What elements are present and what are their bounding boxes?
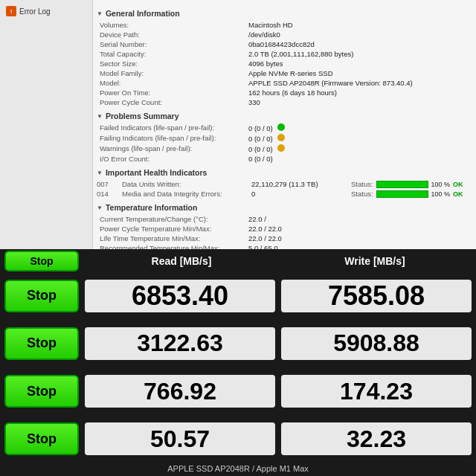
field-value: 22.0 / 22.0 [245, 234, 469, 243]
field-label: Current Temperature/Change (°C): [97, 214, 245, 224]
table-row: Failed Indicators (life-span / pre-fail)… [97, 123, 469, 133]
field-value: 2.0 TB (2,001,111,162,880 bytes) [245, 49, 469, 59]
field-value: Macintosh HD [245, 20, 469, 30]
temp-table: Current Temperature/Change (°C):22.0 /Po… [97, 214, 469, 249]
bench-row: Stop 766.92 174.23 [4, 369, 472, 414]
bench-row: Stop 3122.63 5908.88 [4, 321, 472, 366]
field-value: 0 (0 / 0) [245, 144, 469, 154]
health-id: 007 [97, 180, 119, 188]
field-label: Model: [97, 78, 245, 88]
field-label: Device Path: [97, 30, 245, 39]
table-row: Power On Time:162 hours (6 days 18 hours… [97, 88, 469, 97]
field-label: Warnings (life-span / pre-fail): [97, 144, 245, 154]
table-row: Sector Size:4096 bytes [97, 59, 469, 68]
top-stop-button[interactable]: Stop [4, 251, 79, 271]
status-pct: 100 % [431, 190, 451, 198]
bench-rows-container: Stop 6853.40 7585.08 Stop 3122.63 5908.8… [0, 273, 476, 462]
health-id: 014 [97, 190, 119, 198]
field-value: 22.0 / [245, 214, 469, 224]
field-label: Power Cycle Temperature Min/Max: [97, 224, 245, 234]
field-label: Power Cycle Count: [97, 97, 245, 107]
field-label: Life Time Temperature Min/Max: [97, 234, 245, 243]
status-label: Status: [351, 180, 373, 188]
field-value: /dev/disk0 [245, 30, 469, 39]
stop-button-2[interactable]: Stop [4, 375, 79, 408]
field-value: 0 (0 / 0) [245, 154, 469, 164]
table-row: I/O Error Count:0 (0 / 0) [97, 154, 469, 164]
bench-row: Stop 6853.40 7585.08 [4, 273, 472, 318]
field-label: Serial Number: [97, 39, 245, 49]
benchmark-panel: Stop Read [MB/s] Write [MB/s] Stop 6853.… [0, 249, 476, 476]
table-row: Current Temperature/Change (°C):22.0 / [97, 214, 469, 224]
stop-button-0[interactable]: Stop [4, 280, 79, 312]
health-indicators-header: Important Health Indicators [97, 168, 469, 177]
health-label: Data Units Written: [122, 180, 248, 188]
health-label: Media and Data Integrity Errors: [122, 190, 248, 198]
table-row: Model:APPLE SSD AP2048R (Firmware Versio… [97, 78, 469, 88]
top-panel: ! Error Log General Information Volumes:… [0, 0, 476, 249]
field-value: 162 hours (6 days 18 hours) [245, 88, 469, 97]
green-dot [277, 123, 285, 131]
field-label: Recommended Temperature Min/Max: [97, 243, 245, 249]
table-row: Recommended Temperature Min/Max:5.0 / 65… [97, 243, 469, 249]
write-value-2: 174.23 [281, 375, 472, 408]
status-bar [376, 190, 428, 198]
table-row: Model Family:Apple NVMe R-series SSD [97, 68, 469, 78]
field-value: APPLE SSD AP2048R (Firmware Version: 873… [245, 78, 469, 88]
table-row: Warnings (life-span / pre-fail):0 (0 / 0… [97, 144, 469, 154]
field-value: 0 (0 / 0) [245, 123, 469, 133]
write-value-1: 5908.88 [281, 327, 472, 360]
field-label: Model Family: [97, 68, 245, 78]
field-label: Failed Indicators (life-span / pre-fail)… [97, 123, 245, 133]
field-value: 330 [245, 97, 469, 107]
field-label: Power On Time: [97, 88, 245, 97]
field-label: Failing Indicators (life-span / pre-fail… [97, 133, 245, 144]
table-row: Power Cycle Temperature Min/Max:22.0 / 2… [97, 224, 469, 234]
read-value-3: 50.57 [85, 422, 275, 455]
read-value-2: 766.92 [85, 375, 275, 408]
status-pct: 100 % [431, 181, 451, 188]
status-ok: OK [453, 190, 463, 198]
field-label: I/O Error Count: [97, 154, 245, 164]
sidebar-error-log-label: Error Log [19, 7, 51, 16]
table-row: Device Path:/dev/disk0 [97, 30, 469, 39]
field-label: Total Capacity: [97, 49, 245, 59]
status-ok: OK [453, 181, 463, 188]
field-value: Apple NVMe R-series SSD [245, 68, 469, 78]
status-label: Status: [351, 190, 373, 198]
field-value: 0 (0 / 0) [245, 133, 469, 144]
error-icon: ! [6, 6, 16, 16]
read-header: Read [MB/s] [85, 255, 278, 267]
read-value-1: 3122.63 [85, 327, 275, 360]
field-value: 5.0 / 65.0 [245, 243, 469, 249]
field-value: 4096 bytes [245, 59, 469, 68]
stop-button-3[interactable]: Stop [4, 422, 79, 455]
sidebar-item-error-log[interactable]: ! Error Log [3, 4, 54, 18]
field-value: 0ba01684423dcc82d [245, 39, 469, 49]
health-value: 0 [251, 190, 348, 198]
table-row: Failing Indicators (life-span / pre-fail… [97, 133, 469, 144]
table-row: Power Cycle Count:330 [97, 97, 469, 107]
problems-summary-header: Problems Summary [97, 112, 469, 120]
field-label: Sector Size: [97, 59, 245, 68]
table-row: Serial Number:0ba01684423dcc82d [97, 39, 469, 49]
general-info-header: General Information [97, 9, 469, 18]
table-row: Life Time Temperature Min/Max:22.0 / 22.… [97, 234, 469, 243]
table-row: Total Capacity:2.0 TB (2,001,111,162,880… [97, 49, 469, 59]
field-label: Volumes: [97, 20, 245, 30]
status-bar [376, 181, 428, 188]
read-value-0: 6853.40 [85, 280, 275, 312]
bench-header-area: Stop Read [MB/s] Write [MB/s] [0, 249, 476, 273]
table-row: Volumes:Macintosh HD [97, 20, 469, 30]
sidebar: ! Error Log [0, 0, 93, 249]
stop-button-1[interactable]: Stop [4, 327, 79, 360]
problems-table: Failed Indicators (life-span / pre-fail)… [97, 123, 469, 164]
field-value: 22.0 / 22.0 [245, 224, 469, 234]
yellow-dot [277, 144, 285, 152]
write-header: Write [MB/s] [278, 255, 472, 267]
write-value-0: 7585.08 [281, 280, 472, 312]
write-value-3: 32.23 [281, 422, 472, 455]
general-info-table: Volumes:Macintosh HDDevice Path:/dev/dis… [97, 20, 469, 107]
yellow-dot [277, 134, 285, 141]
health-row: 014 Media and Data Integrity Errors: 0 S… [97, 189, 469, 199]
